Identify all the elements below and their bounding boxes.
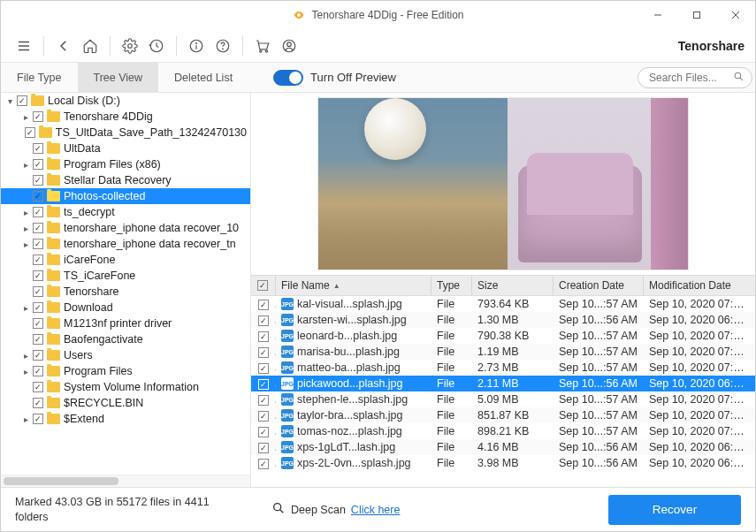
maximize-button[interactable]: [677, 1, 716, 29]
jpg-icon: JPG: [281, 377, 294, 390]
history-button[interactable]: [144, 34, 169, 58]
tree-hscrollbar[interactable]: [1, 475, 250, 487]
col-type[interactable]: Type: [431, 276, 472, 295]
tree-item[interactable]: ▸✓tenorshare_iphone data recover_10: [1, 220, 250, 236]
magnify-icon: [271, 501, 286, 519]
col-size[interactable]: Size: [472, 276, 554, 295]
tab-file-type[interactable]: File Type: [1, 63, 78, 92]
tree-item[interactable]: ✓TS_UltData_Save_Path_13242470130: [1, 125, 250, 141]
header-checkbox[interactable]: ✓: [257, 280, 268, 291]
row-checkbox[interactable]: ✓: [258, 427, 269, 437]
tree-root[interactable]: ▾✓Local Disk (D:): [1, 93, 250, 109]
recover-button[interactable]: Recover: [608, 495, 741, 525]
row-checkbox[interactable]: ✓: [258, 331, 269, 342]
folder-icon: [47, 143, 60, 154]
titlebar-text: Tenorshare 4DDig - Free Edition: [311, 9, 463, 21]
table-row[interactable]: ✓ JPGxps-2L-0vn...splash.jpg File 3.98 M…: [251, 455, 755, 471]
folder-icon: [47, 191, 60, 201]
deep-scan-link[interactable]: Click here: [351, 504, 401, 516]
row-checkbox[interactable]: ✓: [258, 411, 269, 422]
tree-item[interactable]: ✓M1213nf printer driver: [1, 315, 250, 331]
table-row[interactable]: ✓ JPGkal-visual...splash.jpg File 793.64…: [251, 296, 755, 312]
table-row[interactable]: ✓ JPGleonard-b...plash.jpg File 790.38 K…: [251, 328, 755, 344]
tree-item[interactable]: ▸✓Tenorshare 4DDig: [1, 109, 250, 125]
col-creation-date[interactable]: Creation Date: [554, 276, 644, 295]
row-checkbox[interactable]: ✓: [258, 347, 269, 358]
tree-item[interactable]: ▸✓$Extend: [1, 411, 250, 427]
folder-icon: [47, 239, 60, 249]
home-button[interactable]: [78, 34, 103, 58]
settings-button[interactable]: [118, 34, 142, 58]
jpg-icon: JPG: [281, 393, 294, 406]
folder-icon: [31, 95, 44, 106]
svg-point-0: [297, 13, 301, 17]
tree-item[interactable]: ✓Baofengactivate: [1, 331, 250, 347]
jpg-icon: JPG: [281, 361, 294, 374]
table-row[interactable]: ✓ JPGstephen-le...splash.jpg File 5.09 M…: [251, 391, 755, 407]
jpg-icon: JPG: [281, 425, 294, 437]
table-row[interactable]: ✓ JPGxps-1gLdT...lash.jpg File 4.16 MB S…: [251, 439, 755, 455]
folder-icon: [47, 270, 60, 281]
table-row[interactable]: ✓ JPGmatteo-ba...plash.jpg File 2.73 MB …: [251, 360, 755, 376]
menu-button[interactable]: [11, 34, 36, 58]
folder-icon: [47, 111, 60, 122]
jpg-icon: JPG: [281, 330, 294, 342]
tree-item[interactable]: ▸✓Users: [1, 347, 250, 363]
main-panel: ✓ File Name▲ Type Size Creation Date Mod…: [251, 93, 755, 487]
tree-item[interactable]: ▸✓Program Files (x86): [1, 156, 250, 172]
toolbar: Tenorshare: [1, 29, 755, 63]
row-checkbox[interactable]: ✓: [258, 379, 269, 390]
table-row[interactable]: ✓ JPGtomas-noz...plash.jpg File 898.21 K…: [251, 423, 755, 439]
folder-icon: [47, 350, 60, 361]
tree-item[interactable]: ▸✓Program Files: [1, 363, 250, 379]
account-button[interactable]: [277, 34, 302, 58]
titlebar: Tenorshare 4DDig - Free Edition: [1, 1, 755, 29]
tab-deleted-list[interactable]: Deleted List: [158, 63, 248, 92]
info-button[interactable]: [184, 34, 209, 58]
app-logo-icon: [292, 8, 306, 22]
col-file-name[interactable]: File Name▲: [276, 276, 431, 295]
tree-item[interactable]: ▸✓ts_decrypt: [1, 204, 250, 220]
row-checkbox[interactable]: ✓: [258, 315, 269, 326]
tree-item[interactable]: ✓iCareFone: [1, 252, 250, 268]
svg-rect-2: [694, 12, 700, 19]
tree-item[interactable]: ▸✓tenorshare_iphone data recover_tn: [1, 236, 250, 252]
row-checkbox[interactable]: ✓: [258, 300, 269, 310]
cart-button[interactable]: [250, 34, 275, 58]
table-row[interactable]: ✓ JPGpickawood...plash.jpg File 2.11 MB …: [251, 376, 755, 391]
tree-panel: ▾✓Local Disk (D:)▸✓Tenorshare 4DDig✓TS_U…: [1, 93, 251, 487]
jpg-icon: JPG: [281, 441, 294, 453]
tree-item[interactable]: ✓Stellar Data Recovery: [1, 172, 250, 188]
folder-icon: [47, 366, 60, 376]
tree-item[interactable]: ✓TS_iCareFone: [1, 268, 250, 284]
close-button[interactable]: [716, 1, 755, 29]
sort-asc-icon: ▲: [333, 282, 340, 290]
folder-icon: [47, 318, 60, 329]
folder-icon: [47, 414, 60, 424]
col-modification-date[interactable]: Modification Date: [644, 276, 755, 295]
svg-point-16: [265, 49, 267, 51]
preview-toggle[interactable]: [273, 70, 303, 86]
tree-item[interactable]: ✓System Volume Information: [1, 379, 250, 395]
row-checkbox[interactable]: ✓: [258, 443, 269, 453]
svg-point-21: [274, 503, 281, 510]
row-checkbox[interactable]: ✓: [258, 363, 269, 374]
folder-icon: [47, 207, 60, 217]
table-row[interactable]: ✓ JPGtaylor-bra...splash.jpg File 851.87…: [251, 407, 755, 423]
search-input[interactable]: [638, 67, 752, 88]
table-header: ✓ File Name▲ Type Size Creation Date Mod…: [251, 275, 755, 296]
tab-tree-view[interactable]: Tree View: [78, 63, 159, 92]
tree-item[interactable]: ✓Photos-collected: [1, 188, 250, 204]
tree-item[interactable]: ✓UltData: [1, 141, 250, 156]
brand-label: Tenorshare: [678, 39, 745, 53]
tree-item[interactable]: ✓$RECYCLE.BIN: [1, 395, 250, 411]
row-checkbox[interactable]: ✓: [258, 459, 269, 469]
tree-item[interactable]: ✓Tenorshare: [1, 284, 250, 300]
table-row[interactable]: ✓ JPGmarisa-bu...plash.jpg File 1.19 MB …: [251, 344, 755, 360]
help-button[interactable]: [210, 34, 235, 58]
table-row[interactable]: ✓ JPGkarsten-wi...splash.jpg File 1.30 M…: [251, 312, 755, 328]
back-button[interactable]: [51, 34, 76, 58]
row-checkbox[interactable]: ✓: [258, 395, 269, 406]
minimize-button[interactable]: [638, 1, 677, 29]
tree-item[interactable]: ▸✓Download: [1, 300, 250, 315]
